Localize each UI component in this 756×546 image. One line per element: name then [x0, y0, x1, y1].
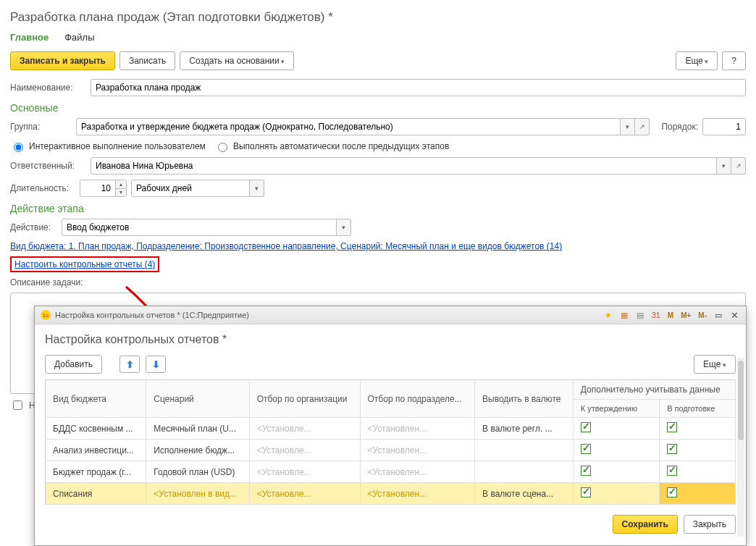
tabs: Главное Файлы [10, 32, 746, 43]
save-button[interactable]: Записать [119, 51, 175, 70]
cell-dept[interactable]: <Установлен... [360, 418, 475, 423]
dialog-header: Настройка контрольных отчетов * [45, 333, 736, 346]
save-close-button[interactable]: Записать и закрыть [10, 51, 115, 70]
responsible-input[interactable] [91, 157, 717, 175]
radio-interactive-label: Интерактивное выполнение пользователем [29, 141, 206, 151]
reports-grid[interactable]: Вид бюджета Сценарий Отбор по организаци… [45, 379, 736, 422]
action-label: Действие: [10, 222, 57, 232]
radio-auto-label: Выполнять автоматически после предыдущих… [233, 141, 449, 151]
dialog-titlebar: 1c Настройка контрольных отчетов * (1С:П… [35, 306, 746, 324]
minimize-icon[interactable]: ▭ [713, 309, 724, 321]
col-prep[interactable]: В подготовке [660, 400, 736, 418]
close-icon[interactable]: ✕ [728, 309, 740, 321]
duration-input[interactable] [80, 180, 116, 197]
action-input[interactable] [62, 219, 337, 236]
cell-currency[interactable]: В валюте регл. ... [475, 418, 574, 423]
col-dept-filter[interactable]: Отбор по подразделе... [360, 380, 475, 418]
cell-prep[interactable] [660, 418, 736, 423]
scrollbar-thumb[interactable] [738, 361, 744, 422]
radio-auto[interactable]: Выполнять автоматически после предыдущих… [214, 140, 449, 152]
group-dropdown-icon[interactable]: ▾ [621, 118, 635, 135]
radio-interactive[interactable]: Интерактивное выполнение пользователем [10, 140, 206, 152]
m-minus-icon[interactable]: M- [697, 311, 708, 319]
task-desc-label: Описание задачи: [10, 277, 83, 287]
name-label: Наименование: [10, 83, 86, 93]
col-approve[interactable]: К утверждению [573, 400, 659, 418]
reports-dialog: 1c Настройка контрольных отчетов * (1С:П… [34, 306, 747, 422]
dialog-more-label: Еще [703, 359, 721, 369]
configure-reports-link[interactable]: Настроить контрольные отчеты (4) [14, 259, 155, 269]
group-open-icon[interactable]: ↗ [635, 118, 650, 135]
group-label: Группа: [10, 122, 72, 132]
col-extra[interactable]: Дополнительно учитывать данные [573, 380, 735, 400]
radio-auto-input[interactable] [218, 143, 227, 152]
create-based-button[interactable]: Создать на основании [180, 51, 294, 70]
section-main: Основные [10, 102, 746, 114]
tab-files[interactable]: Файлы [64, 32, 94, 43]
order-label: Порядок: [661, 122, 698, 132]
cell-approve[interactable] [573, 418, 659, 423]
add-button[interactable]: Добавить [45, 355, 102, 374]
col-currency[interactable]: Выводить в валюте [475, 380, 574, 418]
create-based-label: Создать на основании [189, 56, 280, 66]
m-plus-icon[interactable]: M+ [679, 311, 692, 319]
radio-interactive-input[interactable] [14, 143, 23, 152]
col-budget[interactable]: Вид бюджета [46, 380, 146, 418]
budget-kind-link[interactable]: Вид бюджета: 1. План продаж, Подразделен… [10, 241, 562, 251]
calendar-icon[interactable]: 31 [650, 309, 662, 321]
move-down-button[interactable]: ⬇ [146, 356, 166, 373]
responsible-dropdown-icon[interactable]: ▾ [717, 157, 731, 175]
highlight-box: Настроить контрольные отчеты (4) [10, 256, 159, 272]
dialog-titlebar-text: Настройка контрольных отчетов * (1С:Пред… [55, 311, 598, 319]
grid-icon[interactable]: ▦ [618, 309, 630, 321]
name-input[interactable] [91, 79, 746, 96]
bottom-checkbox[interactable] [13, 400, 22, 410]
dialog-scrollbar[interactable] [737, 358, 744, 422]
more-label: Еще [685, 56, 702, 66]
duration-label: Длительность: [10, 183, 75, 193]
responsible-label: Ответственный: [10, 161, 86, 171]
duration-unit-input[interactable] [131, 180, 250, 197]
page-title: Разработка плана продаж (Этап подготовки… [10, 10, 746, 25]
help-button[interactable]: ? [722, 51, 746, 70]
dialog-more-button[interactable]: Еще [694, 355, 736, 374]
app-1c-icon: 1c [41, 310, 51, 320]
col-org-filter[interactable]: Отбор по организации [249, 380, 360, 418]
main-toolbar: Записать и закрыть Записать Создать на о… [10, 51, 746, 70]
calc-icon[interactable]: ▤ [634, 309, 646, 321]
duration-unit-dropdown-icon[interactable]: ▾ [250, 180, 264, 197]
duration-up-icon[interactable]: ▲ [116, 180, 126, 189]
cell-budget[interactable]: БДДС косвенным ... [46, 418, 146, 423]
move-up-button[interactable]: ⬆ [119, 356, 140, 373]
table-row[interactable]: БДДС косвенным ... Месячный план (U... <… [46, 418, 736, 423]
tab-main[interactable]: Главное [10, 32, 49, 43]
m-icon[interactable]: M [666, 311, 675, 319]
cell-org[interactable]: <Установле... [249, 418, 360, 423]
cell-scenario[interactable]: Месячный план (U... [146, 418, 249, 423]
section-stage-action: Действие этапа [10, 203, 746, 214]
favorite-icon[interactable]: ★ [602, 309, 614, 321]
more-button[interactable]: Еще [676, 51, 718, 70]
action-dropdown-icon[interactable]: ▾ [337, 219, 351, 236]
responsible-open-icon[interactable]: ↗ [731, 157, 746, 175]
group-input[interactable] [76, 118, 621, 135]
col-scenario[interactable]: Сценарий [146, 380, 249, 418]
order-input[interactable] [702, 118, 746, 135]
duration-down-icon[interactable]: ▼ [116, 189, 126, 197]
